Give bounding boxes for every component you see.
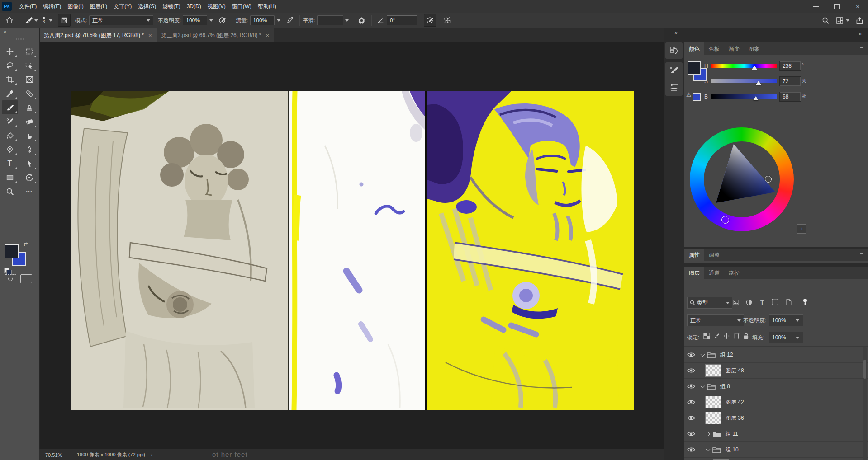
share-icon[interactable] bbox=[856, 17, 863, 24]
panel-menu-icon[interactable]: ≡ bbox=[860, 249, 863, 261]
menu-file[interactable]: 文件(F) bbox=[16, 0, 39, 13]
layer-row-layer-47[interactable]: 图层 47 bbox=[684, 458, 868, 460]
layer-blend-mode-select[interactable]: 正常 bbox=[687, 314, 744, 326]
menu-select[interactable]: 选择(S) bbox=[135, 0, 159, 13]
saturation-slider-handle[interactable] bbox=[756, 81, 761, 85]
screen-mode-icon[interactable] bbox=[20, 274, 32, 283]
visibility-eye-icon[interactable] bbox=[684, 442, 698, 457]
layer-row-group-12[interactable]: 组 12 bbox=[684, 347, 868, 363]
symmetry-butterfly-icon[interactable] bbox=[442, 14, 454, 26]
object-selection-tool[interactable] bbox=[21, 58, 38, 72]
hue-value-input[interactable]: 236 bbox=[779, 61, 801, 71]
expand-panels-icon[interactable]: « bbox=[664, 28, 684, 42]
history-panel-icon[interactable] bbox=[669, 46, 679, 56]
chevron-down-icon[interactable] bbox=[49, 19, 52, 22]
layer-filter-type-select[interactable]: 类型 bbox=[687, 297, 732, 309]
tab-patterns[interactable]: 图案 bbox=[744, 42, 764, 55]
menu-view[interactable]: 视图(V) bbox=[205, 0, 228, 13]
type-tool[interactable]: T bbox=[2, 156, 18, 170]
lasso-tool[interactable] bbox=[2, 58, 18, 72]
tab-properties[interactable]: 属性 bbox=[684, 249, 704, 261]
chevron-down-icon[interactable] bbox=[345, 19, 349, 22]
layer-fill-dropdown-icon[interactable] bbox=[792, 332, 803, 343]
layer-row-layer-36[interactable]: 图层 36 bbox=[684, 410, 868, 426]
frame-tool[interactable] bbox=[21, 72, 38, 86]
menu-3d[interactable]: 3D(D) bbox=[184, 0, 204, 13]
panel-menu-icon[interactable]: ≡ bbox=[860, 42, 863, 55]
hue-selector-dot[interactable] bbox=[721, 216, 729, 224]
brush-preset-picker[interactable]: 6 bbox=[43, 17, 45, 24]
healing-brush-tool[interactable] bbox=[21, 86, 38, 100]
lock-all-icon[interactable] bbox=[743, 333, 749, 339]
close-tab-icon[interactable]: × bbox=[266, 32, 269, 39]
toggle-brush-settings-icon[interactable] bbox=[58, 14, 71, 27]
document-tab-1[interactable]: 第八周2.psd @ 70.5% (图层 17, RGB/8) * × bbox=[39, 28, 157, 42]
tab-gradients[interactable]: 渐变 bbox=[724, 42, 744, 55]
chevron-down-icon[interactable] bbox=[34, 19, 38, 22]
menu-image[interactable]: 图像(I) bbox=[65, 0, 86, 13]
tab-paths[interactable]: 路径 bbox=[724, 267, 744, 279]
document-tab-2[interactable]: 第三周3.psd @ 66.7% (图层 26, RGB/8) * × bbox=[157, 28, 274, 42]
tab-adjustments[interactable]: 调整 bbox=[704, 249, 724, 261]
layer-opacity-dropdown-icon[interactable] bbox=[792, 314, 803, 326]
clone-stamp-tool[interactable] bbox=[21, 100, 38, 114]
layer-row-layer-48[interactable]: 图层 48 bbox=[684, 363, 868, 379]
scrollbar-thumb[interactable] bbox=[863, 360, 866, 379]
chevron-down-icon[interactable] bbox=[701, 384, 705, 388]
close-tab-icon[interactable]: × bbox=[148, 32, 152, 39]
filter-toggle-icon[interactable] bbox=[801, 298, 810, 307]
brush-angle-input[interactable]: 0° bbox=[387, 15, 417, 25]
brushes-panel-icon[interactable] bbox=[669, 83, 679, 93]
restore-button[interactable] bbox=[826, 0, 847, 13]
dodge-tool[interactable] bbox=[2, 142, 18, 156]
zoom-level-input[interactable]: 70.51% bbox=[45, 452, 69, 458]
color-wheel[interactable] bbox=[690, 127, 794, 231]
layer-thumbnail[interactable] bbox=[705, 396, 721, 408]
menu-help[interactable]: 帮助(H) bbox=[255, 0, 279, 13]
brightness-slider[interactable] bbox=[711, 94, 777, 99]
chevron-down-icon[interactable] bbox=[209, 19, 213, 22]
brightness-value-input[interactable]: 68 bbox=[779, 92, 801, 102]
filter-shape-layers-icon[interactable] bbox=[771, 298, 780, 307]
status-expander-icon[interactable]: › bbox=[151, 452, 152, 458]
visibility-eye-icon[interactable] bbox=[684, 394, 698, 410]
pen-tool[interactable] bbox=[21, 142, 38, 156]
visibility-eye-icon[interactable] bbox=[684, 347, 698, 362]
layer-row-group-8[interactable]: 组 8 bbox=[684, 379, 868, 394]
lock-transparency-icon[interactable] bbox=[703, 333, 710, 339]
tab-channels[interactable]: 通道 bbox=[704, 267, 724, 279]
layer-thumbnail[interactable] bbox=[705, 364, 721, 377]
layer-row-group-11[interactable]: 组 11 bbox=[684, 426, 868, 442]
visibility-eye-icon[interactable] bbox=[684, 379, 698, 394]
pressure-size-icon[interactable] bbox=[424, 14, 436, 27]
saturation-slider[interactable] bbox=[711, 79, 777, 83]
hue-slider[interactable] bbox=[711, 64, 777, 68]
visibility-eye-icon[interactable] bbox=[684, 426, 698, 441]
brightness-slider-handle[interactable] bbox=[753, 96, 759, 100]
filter-pixel-layers-icon[interactable] bbox=[731, 298, 740, 307]
layer-opacity-input[interactable]: 100% bbox=[769, 314, 793, 326]
foreground-color-swatch[interactable] bbox=[5, 244, 19, 258]
lock-artboard-icon[interactable] bbox=[733, 333, 740, 339]
airbrush-icon[interactable] bbox=[284, 14, 296, 26]
menu-filter[interactable]: 滤镜(T) bbox=[160, 0, 183, 13]
tab-color[interactable]: 颜色 bbox=[684, 42, 704, 55]
chevron-down-icon[interactable] bbox=[701, 352, 705, 357]
minimize-button[interactable] bbox=[806, 0, 826, 13]
path-selection-tool[interactable] bbox=[21, 156, 38, 170]
tab-layers[interactable]: 图层 bbox=[684, 267, 704, 279]
marquee-tool[interactable] bbox=[21, 44, 38, 58]
lock-position-icon[interactable] bbox=[723, 333, 730, 339]
rotate-view-tool[interactable] bbox=[21, 170, 38, 184]
saturation-selector-dot[interactable] bbox=[765, 176, 772, 183]
mixer-brush-tool[interactable] bbox=[2, 114, 18, 128]
brush-settings-panel-icon[interactable] bbox=[669, 66, 679, 75]
workspace-switcher[interactable] bbox=[836, 17, 849, 24]
chevron-right-icon[interactable] bbox=[706, 432, 711, 436]
menu-layer[interactable]: 图层(L) bbox=[87, 0, 110, 13]
layer-row-group-10[interactable]: 组 10 bbox=[684, 442, 868, 458]
layer-fill-input[interactable]: 100% bbox=[769, 332, 793, 343]
filter-adjustment-layers-icon[interactable] bbox=[745, 298, 754, 307]
panel-menu-icon[interactable]: ≡ bbox=[860, 267, 863, 279]
gradient-tool[interactable] bbox=[2, 128, 18, 142]
